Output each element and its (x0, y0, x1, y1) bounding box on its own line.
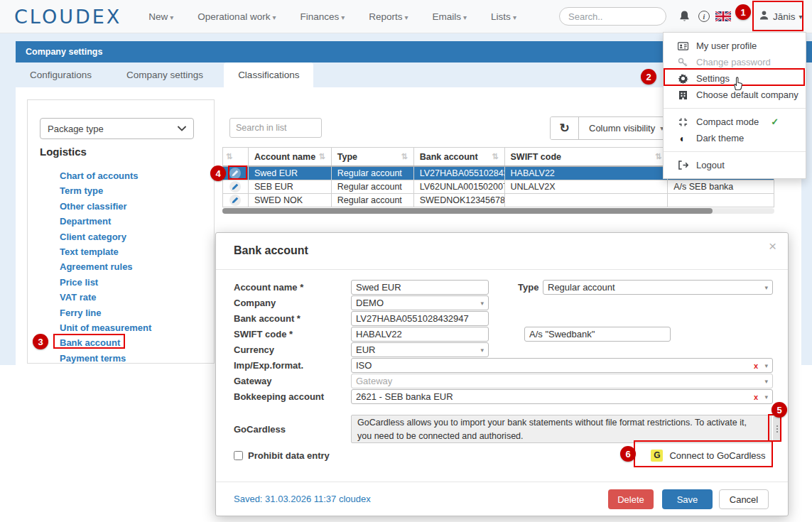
divider (664, 151, 806, 152)
sidebar-item-department[interactable]: Department (60, 214, 151, 229)
sidebar-item-price-list[interactable]: Price list (60, 275, 151, 290)
saved-status-text: Saved: 31.03.2026 11:37 cloudex (234, 494, 371, 504)
sidebar-item-unit-of-measurement[interactable]: Unit of measurement (60, 320, 151, 335)
checkbox[interactable] (234, 451, 243, 460)
uk-flag-icon[interactable] (715, 9, 732, 23)
user-menu-button[interactable]: Jānis ▾ (754, 3, 807, 30)
sort-icon: ⇅ (319, 152, 325, 161)
sidebar-item-agreement-rules[interactable]: Agreement rules (60, 259, 151, 274)
sidebar-item-other-classifier[interactable]: Other classifier (60, 199, 151, 214)
sidebar-item-text-template[interactable]: Text template (60, 244, 151, 259)
menu-item-compact-mode[interactable]: Compact mode ✓ (664, 114, 806, 130)
menu-item-settings[interactable]: Settings (664, 70, 806, 87)
pencil-icon (232, 197, 239, 204)
header-type[interactable]: Type⇅ (332, 148, 414, 165)
impexp-format-label: Imp/Exp.format. (234, 358, 347, 373)
clear-selection-icon[interactable]: x (754, 361, 758, 370)
classifier-links: Chart of accounts Term type Other classi… (60, 168, 151, 366)
modal-title: Bank account (234, 244, 308, 257)
menu-item-dark-theme[interactable]: ◐ Dark theme (664, 130, 806, 146)
currency-select[interactable]: EUR▾ (351, 342, 489, 357)
menu-item-change-password[interactable]: Change password (664, 54, 806, 70)
horizontal-scrollbar[interactable] (222, 208, 774, 214)
pencil-icon (232, 170, 239, 177)
edit-row-button[interactable] (229, 181, 241, 192)
gateway-select[interactable]: Gateway▾ (351, 374, 773, 388)
package-type-select[interactable]: Package type (40, 118, 194, 139)
sidebar-item-client-category[interactable]: Client category (60, 229, 151, 244)
refresh-button[interactable]: ↻ (551, 117, 579, 139)
sort-icon: ⇅ (226, 152, 232, 161)
header-swift-code[interactable]: SWIFT code⇅ (505, 148, 668, 165)
connect-gocardless-button[interactable]: G Connect to GoCardless (643, 443, 774, 467)
nav-menu-operational-work[interactable]: Operational work▾ (197, 11, 276, 22)
step-badge-3: 3 (33, 334, 48, 349)
cancel-button[interactable]: Cancel (719, 489, 769, 509)
cloudex-app: CLOUDEX New▾ Operational work▾ Finances▾… (0, 0, 812, 522)
table-row[interactable]: SEB EUR Regular account LV62UNLA00150200… (222, 180, 774, 194)
sidebar-item-chart-of-accounts[interactable]: Chart of accounts (60, 168, 151, 183)
step-badge-2: 2 (641, 69, 656, 85)
sort-icon: ⇅ (655, 152, 661, 161)
building-icon (677, 90, 688, 100)
divider (664, 108, 806, 109)
column-visibility-button[interactable]: Column visibility ▾ (579, 117, 673, 139)
nav-menu-lists[interactable]: Lists▾ (491, 11, 516, 22)
chevron-down-icon: ▾ (764, 284, 768, 291)
sort-icon: ⇅ (492, 152, 498, 161)
info-icon[interactable]: i (697, 9, 711, 23)
menu-item-my-user-profile[interactable]: My user profile (664, 38, 806, 54)
step-badge-6: 6 (620, 446, 636, 462)
header-edit-column[interactable]: ⇅ (223, 148, 249, 165)
prohibit-data-entry-checkbox[interactable]: Prohibit data entry (234, 450, 330, 461)
impexp-format-select[interactable]: ISOx▾ (351, 358, 773, 373)
close-icon[interactable]: × (769, 239, 776, 254)
chevron-down-icon: ▾ (341, 13, 345, 21)
clear-selection-icon[interactable]: x (754, 393, 758, 401)
type-select[interactable]: Regular account▾ (543, 280, 773, 295)
bokkeeping-account-select[interactable]: 2621 - SEB banka EURx▾ (351, 389, 773, 404)
delete-button[interactable]: Delete (608, 489, 654, 509)
nav-menu-finances[interactable]: Finances▾ (300, 11, 345, 22)
menu-item-logout[interactable]: Logout (664, 157, 806, 173)
bell-icon[interactable] (677, 9, 691, 23)
chevron-down-icon (178, 126, 186, 131)
bank-name-field[interactable] (524, 327, 671, 342)
gocardless-scrollbar[interactable] (773, 416, 781, 442)
tab-configurations[interactable]: Configurations (16, 62, 106, 87)
sidebar-item-term-type[interactable]: Term type (60, 183, 151, 198)
gocardless-description: GoCardless allows you to import your ban… (351, 415, 772, 443)
nav-menu-emails[interactable]: Emails▾ (433, 11, 467, 22)
tab-company-settings[interactable]: Company settings (112, 62, 217, 87)
bank-account-field[interactable] (351, 311, 489, 326)
chevron-down-icon: ▾ (480, 347, 484, 354)
company-select[interactable]: DEMO▾ (351, 295, 489, 310)
menu-item-choose-default-company[interactable]: Choose default company (664, 87, 806, 103)
table-row[interactable]: SWED NOK Regular account SWEDNOK12345678… (222, 194, 774, 207)
chevron-down-icon: ▾ (272, 13, 276, 21)
nav-menu-new[interactable]: New▾ (148, 11, 173, 22)
sidebar-item-payment-terms[interactable]: Payment terms (60, 351, 151, 366)
account-name-field[interactable] (351, 280, 489, 295)
header-bank-account[interactable]: Bank account⇅ (414, 148, 505, 165)
save-button[interactable]: Save (662, 489, 713, 509)
swift-code-field[interactable] (351, 327, 489, 342)
bokkeeping-account-label: Bokkeeping account (234, 389, 347, 404)
sidebar-item-bank-account[interactable]: Bank account (60, 335, 151, 350)
user-icon (759, 10, 769, 23)
nav-menu-reports[interactable]: Reports▾ (369, 11, 408, 22)
chevron-down-icon: ▾ (764, 393, 768, 401)
dark-theme-icon: ◐ (677, 133, 688, 144)
scrollbar-thumb[interactable] (222, 208, 713, 214)
search-input[interactable] (559, 7, 666, 26)
header-account-name[interactable]: Account name⇅ (249, 148, 332, 165)
edit-row-button[interactable] (229, 195, 241, 206)
user-dropdown-menu: My user profile Change password Settings… (663, 32, 806, 179)
cloudex-logo: CLOUDEX (14, 6, 121, 28)
edit-row-button[interactable] (229, 168, 241, 179)
tab-classifications[interactable]: Classifications (224, 62, 313, 87)
list-search-input[interactable] (229, 118, 322, 138)
sidebar-item-ferry-line[interactable]: Ferry line (60, 305, 151, 320)
gateway-label: Gateway (234, 374, 347, 388)
sidebar-item-vat-rate[interactable]: VAT rate (60, 290, 151, 305)
